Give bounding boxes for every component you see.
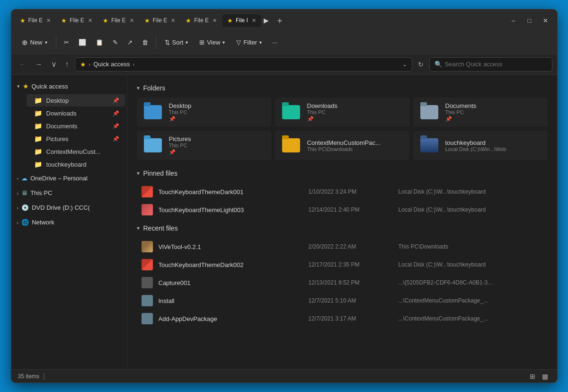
forward-button[interactable]: →	[32, 58, 45, 71]
recent-file-icon-wrap-1	[141, 259, 154, 270]
address-field[interactable]: ★ › Quick access › ⌄	[75, 57, 412, 71]
pinned-section-heading: ▾ Pinned files	[137, 169, 548, 177]
tab-label-2: File E	[70, 17, 84, 24]
recent-file-path-0: This PC\Downloads	[399, 243, 544, 250]
up-button[interactable]: ↑	[62, 58, 72, 71]
folders-chevron-icon[interactable]: ▾	[137, 85, 140, 91]
pinned-chevron-icon[interactable]: ▾	[137, 170, 140, 177]
sidebar-item-pictures[interactable]: 📁 Pictures 📌	[27, 133, 125, 145]
pinned-file-icon-wrap-0	[141, 186, 154, 197]
pinned-file-icon-0	[142, 186, 153, 197]
sidebar-section-dvd[interactable]: › 💿 DVD Drive (D:) CCC(	[13, 201, 125, 214]
sidebar-section-onedrive[interactable]: › ☁ OneDrive – Personal	[13, 172, 125, 185]
filter-icon: ▽	[236, 39, 241, 46]
sidebar-item-desktop[interactable]: 📁 Desktop 📌	[27, 94, 125, 107]
recent-file-icon-wrap-4	[141, 313, 154, 324]
refresh-button[interactable]: ↻	[415, 59, 426, 70]
sidebar-downloads-label: Downloads	[46, 110, 77, 117]
tab-close-2[interactable]: ✕	[88, 18, 92, 24]
folder-card-touchkeyboard[interactable]: touchkeyboard Local Disk (C:)\Win...\Web	[413, 131, 548, 160]
delete-button[interactable]: 🗑	[138, 36, 152, 49]
folder-card-downloads[interactable]: Downloads This PC 📌	[275, 98, 409, 127]
recent-file-row-4[interactable]: Add-AppDevPackage 12/7/2021 3:17 AM ...\…	[137, 310, 548, 328]
tab-close-4[interactable]: ✕	[171, 18, 175, 24]
pinned-file-row-0[interactable]: TouchKeyboardThemeDark001 1/10/2022 3:24…	[137, 183, 548, 201]
copy-button[interactable]: ⬜	[75, 36, 90, 49]
downloads-folder-sub: This PC	[307, 109, 404, 115]
rename-button[interactable]: ✎	[109, 36, 122, 49]
sidebar-section-network[interactable]: › 🌐 Network	[13, 216, 125, 229]
pictures-folder-icon: 📁	[34, 135, 43, 143]
pinned-files-list: TouchKeyboardThemeDark001 1/10/2022 3:24…	[137, 183, 548, 219]
recent-file-path-4: ...\ContextMenuCustomPackage_...	[399, 315, 544, 322]
folders-section-title: Folders	[143, 84, 166, 92]
tab-3[interactable]: ★ File E ✕	[98, 14, 139, 27]
content-panel: ▾ Folders Desktop This PC 📌	[127, 75, 557, 369]
cut-button[interactable]: ✂	[60, 36, 73, 49]
folder-card-documents[interactable]: Documents This PC 📌	[413, 98, 548, 127]
tab-label-5: File E	[194, 17, 209, 24]
filter-button[interactable]: ▽ Filter ▾	[231, 36, 266, 49]
documents-folder-info: Documents This PC 📌	[445, 102, 542, 122]
address-chevron-1: ›	[89, 62, 91, 67]
documents-pin-icon: 📌	[113, 123, 119, 129]
tab-4[interactable]: ★ File E ✕	[140, 14, 180, 27]
pinned-file-row-1[interactable]: TouchKeyboardThemeLight003 12/14/2021 2:…	[137, 201, 548, 219]
recent-file-name-3: Install	[159, 297, 304, 304]
tab-5[interactable]: ★ File E ✕	[181, 14, 222, 27]
back-button[interactable]: ←	[16, 58, 29, 71]
pictures-folder-name: Pictures	[169, 135, 266, 143]
toolbar-sep-1	[56, 36, 56, 49]
sort-button[interactable]: ⇅ Sort ▾	[160, 36, 193, 49]
recent-file-row-2[interactable]: Capture001 12/13/2021 8:52 PM ...\{5205D…	[137, 274, 548, 292]
tab-1[interactable]: ★ File E ✕	[15, 14, 56, 27]
recent-file-row-3[interactable]: Install 12/7/2021 5:10 AM ...\ContextMen…	[137, 292, 548, 310]
maximize-button[interactable]: □	[522, 13, 537, 28]
tab-label-3: File E	[111, 17, 126, 24]
desktop-folder-sub: This PC	[169, 109, 266, 115]
touchkeyboard-folder-sub: Local Disk (C:)\Win...\Web	[445, 146, 542, 152]
copy-icon: ⬜	[79, 39, 86, 46]
more-button[interactable]: ···	[268, 36, 281, 49]
address-dropdown-icon[interactable]: ⌄	[402, 61, 407, 68]
share-button[interactable]: ↗	[124, 36, 136, 49]
folder-card-desktop[interactable]: Desktop This PC 📌	[137, 98, 271, 127]
tab-2[interactable]: ★ File E ✕	[56, 14, 97, 27]
sidebar-item-touchkeyboard[interactable]: 📁 touchkeyboard	[27, 158, 125, 170]
status-count: 35 items	[18, 373, 39, 380]
tab-close-3[interactable]: ✕	[130, 18, 134, 24]
search-box[interactable]: 🔍	[429, 57, 552, 71]
recent-file-row-0[interactable]: ViVeTool-v0.2.1 2/20/2022 2:22 AM This P…	[137, 238, 548, 256]
pinned-file-icon-wrap-1	[141, 204, 154, 215]
recent-files-list: ViVeTool-v0.2.1 2/20/2022 2:22 AM This P…	[137, 238, 548, 328]
tiles-view-button[interactable]: ▦	[540, 372, 550, 381]
tab-close-6[interactable]: ✕	[252, 18, 256, 24]
recent-file-row-1[interactable]: TouchKeyboardThemeDark002 12/17/2021 2:3…	[137, 256, 548, 274]
touchkeyboard-folder-name: touchkeyboard	[445, 139, 542, 146]
sidebar-item-documents[interactable]: 📁 Documents 📌	[27, 120, 125, 132]
folder-card-contextmenu[interactable]: ContextMenuCustomPac... This PC\Download…	[275, 131, 409, 160]
tab-scroll-right[interactable]: ▶	[262, 14, 271, 27]
folder-card-pictures[interactable]: Pictures This PC 📌	[137, 131, 271, 160]
sidebar-item-contextmenu[interactable]: 📁 ContextMenuCust...	[27, 145, 125, 158]
sidebar-item-downloads[interactable]: 📁 Downloads 📌	[27, 107, 125, 119]
paste-button[interactable]: 📋	[92, 36, 107, 49]
details-view-button[interactable]: ⊞	[527, 372, 538, 381]
view-button[interactable]: ⊞ View ▾	[195, 36, 230, 49]
search-input[interactable]	[445, 61, 547, 68]
documents-folder-pin: 📌	[445, 116, 542, 122]
recent-file-path-2: ...\{5205DFB2-CDF6-4D8C-A0B1-3...	[399, 279, 544, 286]
tab-6-active[interactable]: ★ File I ✕	[222, 14, 261, 27]
new-tab-button[interactable]: ＋	[272, 13, 288, 28]
sidebar-section-quickaccess[interactable]: ▾ ★ Quick access	[13, 80, 125, 93]
tab-close-5[interactable]: ✕	[213, 18, 217, 24]
recent-locations-button[interactable]: ∨	[48, 58, 60, 71]
recent-file-name-0: ViVeTool-v0.2.1	[159, 243, 304, 250]
touchkeyboard-folder-info: touchkeyboard Local Disk (C:)\Win...\Web	[445, 139, 542, 152]
sidebar-section-thispc[interactable]: › 🖥 This PC	[13, 187, 125, 199]
new-button[interactable]: ⊕ New ▾	[17, 36, 52, 50]
close-button[interactable]: ✕	[538, 13, 553, 28]
recent-chevron-icon[interactable]: ▾	[137, 225, 140, 232]
tab-close-1[interactable]: ✕	[46, 18, 51, 24]
minimize-button[interactable]: –	[506, 13, 521, 28]
